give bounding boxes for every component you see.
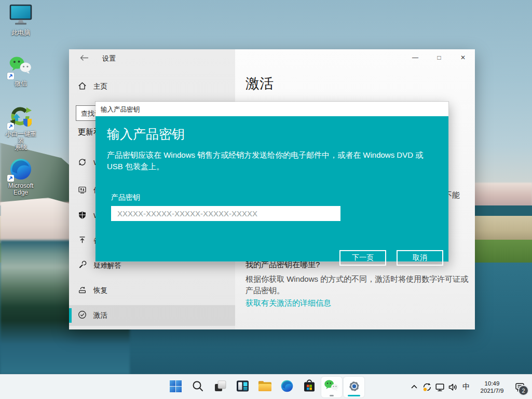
system-tray: 中 10:49 2021/7/9 2 (407, 375, 529, 399)
taskbar-task-view-button[interactable] (210, 377, 230, 397)
running-indicator (330, 395, 334, 396)
edge-icon (8, 157, 33, 181)
shortcut-arrow-icon (7, 123, 14, 130)
next-button[interactable]: 下一页 (339, 250, 386, 266)
ime-indicator[interactable]: 中 (459, 382, 473, 392)
recovery-icon (78, 285, 87, 296)
minimize-button[interactable]: — (403, 49, 427, 66)
this-pc-icon (8, 4, 33, 28)
close-button[interactable]: ✕ (451, 49, 475, 66)
enter-product-key-dialog: 输入产品密钥 输入产品密钥 产品密钥应该在 Windows 销售方或经销方发送给… (95, 101, 449, 262)
shortcut-arrow-icon (7, 73, 14, 79)
wechat-icon (8, 55, 33, 79)
active-indicator (348, 395, 360, 396)
speaker-icon[interactable] (446, 375, 459, 399)
network-icon[interactable] (433, 375, 446, 399)
desktop-icon-label: Microsoft Edge (3, 183, 38, 196)
sidebar-item-label: 激活 (93, 311, 107, 320)
faq-body: 根据你获取 Windows 的方式的不同，激活时将使用数字许可证或产品密钥。 (245, 273, 472, 296)
taskbar-app-panels-button[interactable] (232, 377, 253, 397)
notification-count-badge: 2 (518, 385, 529, 396)
tray-chevron-up-icon[interactable] (407, 375, 420, 399)
shortcut-arrow-icon (7, 175, 14, 182)
window-caption-buttons: — □ ✕ (403, 49, 475, 66)
tray-date: 2021/7/9 (474, 387, 510, 394)
desktop-icon-label: 微信 (3, 80, 38, 87)
dialog-body: 输入产品密钥 产品密钥应该在 Windows 销售方或经销方发送给你的电子邮件中… (96, 116, 448, 262)
file-explorer-icon (258, 380, 272, 394)
desktop-icon-edge[interactable]: Microsoft Edge (3, 157, 38, 196)
sync-icon (78, 158, 87, 169)
activation-info-link[interactable]: 获取有关激活的详细信息 (245, 298, 331, 308)
taskbar-start-button[interactable] (165, 377, 186, 397)
xiaobai-icon (8, 105, 33, 129)
desktop-icon-label: 小白一键重装 系统 (3, 131, 38, 151)
sidebar-item-activation[interactable]: 激活 (69, 305, 235, 326)
page-title: 激活 (245, 74, 274, 93)
dialog-titlebar: 输入产品密钥 (96, 102, 448, 116)
taskbar-center-icons (165, 377, 364, 397)
desktop-screen: 此电脑 微信 (0, 0, 532, 399)
taskbar-wechat-button[interactable] (321, 377, 342, 397)
taskbar-file-explorer-button[interactable] (254, 377, 275, 397)
dialog-description: 产品密钥应该在 Windows 销售方或经销方发送给你的电子邮件中，或者在 Wi… (107, 149, 435, 172)
desktop-icon-xiaobai[interactable]: 小白一键重装 系统 (3, 105, 38, 151)
dialog-heading: 输入产品密钥 (107, 126, 185, 143)
cancel-button[interactable]: 取消 (397, 250, 443, 266)
desktop-icon-this-pc[interactable]: 此电脑 (3, 4, 38, 36)
shield-icon (78, 211, 87, 222)
product-key-input[interactable] (111, 206, 340, 221)
windows-update-status-icon[interactable] (420, 375, 433, 399)
taskbar-store-button[interactable] (299, 377, 320, 397)
back-icon[interactable] (76, 52, 92, 65)
maximize-button[interactable]: □ (427, 49, 451, 66)
desktop-icon-wechat[interactable]: 微信 (3, 55, 38, 87)
search-icon (192, 380, 204, 394)
app-panels-icon (236, 380, 249, 394)
sidebar-item-home[interactable]: 主页 (69, 78, 235, 95)
windows-start-icon (169, 380, 182, 395)
window-title: 设置 (102, 54, 116, 63)
taskbar: 中 10:49 2021/7/9 2 (0, 374, 532, 399)
task-view-icon (214, 380, 227, 395)
sidebar-item-recovery[interactable]: 恢复 (69, 280, 235, 301)
clock[interactable]: 10:49 2021/7/9 (474, 380, 510, 394)
microsoft-store-icon (303, 379, 316, 395)
sidebar-item-label: 主页 (93, 82, 107, 91)
notification-center-button[interactable]: 2 (511, 375, 529, 399)
taskbar-settings-button[interactable] (344, 377, 364, 397)
sidebar-item-label: 恢复 (93, 286, 107, 295)
product-key-label: 产品密钥 (111, 193, 140, 202)
taskbar-search-button[interactable] (187, 377, 208, 397)
taskbar-edge-button[interactable] (277, 377, 297, 397)
selected-accent-bar (69, 308, 72, 323)
wechat-icon (324, 379, 339, 395)
edge-icon (280, 379, 294, 395)
delivery-optimization-icon (78, 185, 87, 196)
backup-icon (78, 236, 87, 246)
dialog-title: 输入产品密钥 (101, 105, 140, 114)
sidebar-item-label: 疑难解答 (93, 261, 121, 270)
gear-icon (347, 379, 361, 395)
wrench-icon (78, 260, 87, 271)
desktop-icon-label: 此电脑 (3, 30, 38, 36)
tray-time: 10:49 (474, 380, 510, 387)
home-icon (78, 81, 87, 92)
activation-check-icon (78, 310, 87, 321)
